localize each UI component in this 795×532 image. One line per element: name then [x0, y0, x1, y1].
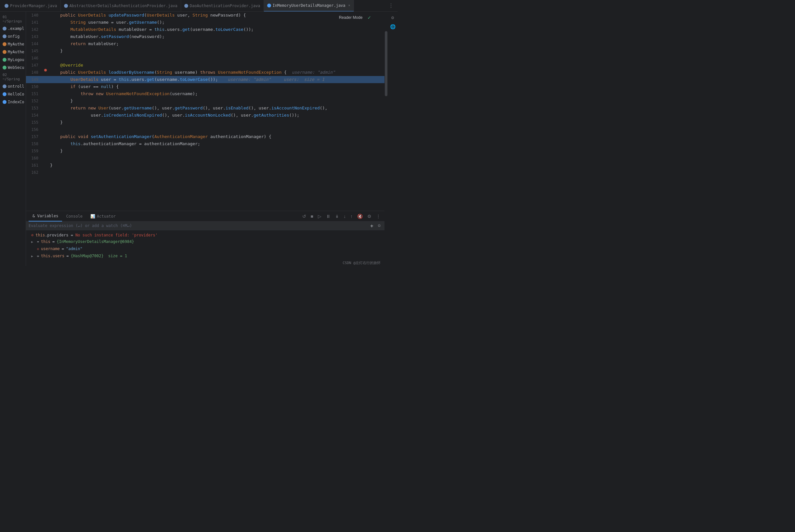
code-line-155: 155 } [26, 119, 385, 126]
debug-step-over-button[interactable]: ↡ [334, 213, 340, 220]
tab-inmemory[interactable]: InMemoryUserDetailsManager.java × [264, 0, 354, 12]
tab-abstract-provider[interactable]: AbstractUserDetailsAuthenticationProvide… [61, 0, 181, 12]
debug-step-out-button[interactable]: ↑ [349, 213, 354, 220]
debug-toolbar: ↺ ■ ▷ ⏸ ↡ ↓ ↑ 🔇 ⚙ ⋮ [301, 213, 382, 220]
expand-icon[interactable]: ▶ [31, 240, 35, 244]
expand-icon [31, 247, 35, 251]
sidebar-item-mylogout[interactable]: MyLogout [1, 57, 24, 63]
code-line-142: 142 MutableUserDetails mutableUser = thi… [26, 26, 385, 33]
debug-tab-console[interactable]: Console [62, 211, 87, 222]
close-icon[interactable]: × [348, 4, 350, 7]
debug-tab-actuator[interactable]: 📊 Actuator [87, 211, 119, 222]
var-value-this-users: {HashMap@7002} size = 1 [71, 254, 127, 258]
code-line-146: 146 [26, 55, 385, 62]
editor-toolbar: Reader Mode ✓ [333, 13, 375, 22]
line-num-159: 159 [26, 148, 42, 155]
code-line-154: 154 user.isCredentialsNonExpired(), user… [26, 112, 385, 119]
var-type-icon-users: ∞ [37, 254, 39, 258]
line-content-159: } [49, 148, 385, 155]
eval-add-icon[interactable]: + [369, 222, 375, 230]
sidebar-item-label: .example [8, 26, 24, 31]
sidebar-item-config[interactable]: onfig [1, 33, 24, 40]
eval-actions: + ⚙ [369, 222, 385, 230]
var-value-username: "admin" [66, 247, 82, 251]
breakpoint-dot [44, 69, 47, 72]
code-line-147: 147 @Override [26, 62, 385, 69]
debug-stop-button[interactable]: ■ [310, 213, 315, 220]
line-content-150: if (user == null) { [49, 83, 385, 90]
tab-dao-provider[interactable]: DaoAuthenticationProvider.java [181, 0, 264, 12]
sidebar-item-websecu[interactable]: WebSecu [1, 64, 24, 71]
sidebar-item-example[interactable]: .example [1, 25, 24, 32]
line-num-143: 143 [26, 33, 42, 40]
sidebar-item-myauther1[interactable]: MyAuther [1, 41, 24, 48]
sidebar-item-controller[interactable]: ontroller [1, 83, 24, 90]
debug-panel: & Variables Console 📊 Actuator ↺ ■ ▷ ⏸ ↡… [26, 211, 385, 266]
code-line-141: 141 String username = user.getUsername()… [26, 19, 385, 26]
line-num-142: 142 [26, 26, 42, 33]
sidebar-item-label: MyAuther [8, 50, 24, 54]
line-num-146: 146 [26, 55, 42, 62]
line-indicator-148 [42, 69, 49, 72]
sidebar-item-label: IndexCon [8, 100, 24, 104]
gutter-icon-2[interactable]: 🌐 [389, 23, 396, 30]
class-icon [3, 42, 6, 46]
code-line-145: 145 } [26, 48, 385, 55]
tab-icon-inmemory [267, 4, 271, 7]
tab-icon-provider [4, 4, 8, 8]
code-line-159: 159 } [26, 148, 385, 155]
tab-provider-manager[interactable]: ProviderManager.java [1, 0, 61, 12]
more-tabs-button[interactable]: ⋮ [386, 3, 396, 9]
status-text: CSDN @左灯右行的旅怀 [343, 261, 381, 265]
class-icon [3, 100, 6, 104]
line-num-150: 150 [26, 83, 42, 90]
line-content-154: user.isCredentialsNonExpired(), user.isA… [49, 112, 385, 119]
var-value-this: {InMemoryUserDetailsManager@6984} [57, 240, 134, 244]
debug-restart-button[interactable]: ↺ [301, 213, 308, 220]
right-gutter: ⚙ 🌐 [388, 12, 398, 266]
tab-label-abstract: AbstractUserDetailsAuthenticationProvide… [70, 4, 178, 8]
debug-tabs-bar: & Variables Console 📊 Actuator ↺ ■ ▷ ⏸ ↡… [26, 211, 385, 222]
vertical-scrollbar[interactable] [385, 12, 388, 266]
reader-mode-button[interactable]: Reader Mode [337, 15, 365, 20]
eval-input-area[interactable]: Evaluate expression (↵) or add a watch (… [26, 222, 369, 230]
class-icon [3, 50, 6, 54]
folder-icon [3, 26, 6, 31]
sidebar-item-myauther2[interactable]: MyAuther [1, 49, 24, 55]
line-num-157: 157 [26, 133, 42, 140]
debug-resume-button[interactable]: ▷ [317, 213, 323, 220]
debug-tab-variables[interactable]: & Variables [29, 211, 62, 222]
var-name-username: username [41, 247, 60, 251]
eval-settings-icon[interactable]: ⚙ [377, 222, 382, 230]
error-text: this.providers = No such instance field:… [35, 233, 158, 238]
code-line-161: 161 } [26, 162, 385, 169]
code-line-143: 143 mutableUser.setPassword(newPassword)… [26, 33, 385, 40]
line-content-142: MutableUserDetails mutableUser = this.us… [49, 26, 385, 33]
line-content-158: this.authenticationManager = authenticat… [49, 140, 385, 148]
debug-tab-label-console: Console [66, 214, 82, 218]
debug-settings-button[interactable]: ⚙ [366, 213, 373, 220]
line-content-153: return new User(user.getUsername(), user… [49, 104, 385, 112]
line-content-144: return mutableUser; [49, 40, 385, 48]
line-content-152: } [49, 97, 385, 104]
code-line-148: 148 public UserDetails loadUserByUsernam… [26, 69, 385, 76]
debug-step-into-button[interactable]: ↓ [342, 213, 347, 220]
checkmark-icon: ✓ [368, 14, 371, 20]
line-num-141: 141 [26, 19, 42, 26]
tab-bar: ProviderManager.java AbstractUserDetails… [0, 0, 398, 12]
line-content-161: } [49, 162, 385, 169]
gutter-icon-1[interactable]: ⚙ [389, 14, 396, 21]
tab-icon-abstract [64, 4, 68, 8]
sidebar-item-indexcon[interactable]: IndexCon [1, 99, 24, 105]
debug-more-button[interactable]: ⋮ [375, 213, 382, 220]
debug-mute-button[interactable]: 🔇 [356, 213, 364, 220]
line-num-147: 147 [26, 62, 42, 69]
debug-pause-button[interactable]: ⏸ [325, 213, 332, 220]
folder-icon [3, 84, 6, 88]
sidebar-item-hellocont[interactable]: HelloCont [1, 91, 24, 97]
line-num-154: 154 [26, 112, 42, 119]
code-line-144: 144 return mutableUser; [26, 40, 385, 48]
line-content-143: mutableUser.setPassword(newPassword); [49, 33, 385, 40]
expand-icon[interactable]: ▶ [31, 254, 35, 258]
code-line-158: 158 this.authenticationManager = authent… [26, 140, 385, 148]
